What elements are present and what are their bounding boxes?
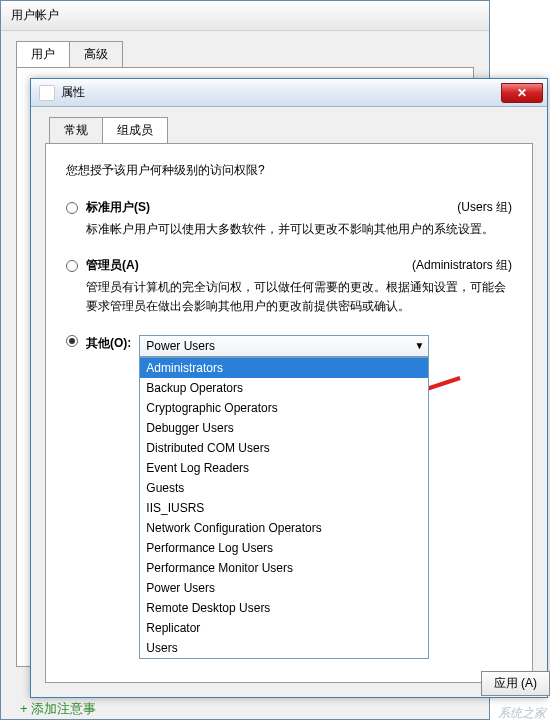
dropdown-item[interactable]: Replicator <box>140 618 428 638</box>
dialog-title: 属性 <box>61 84 85 101</box>
dropdown-item[interactable]: Cryptographic Operators <box>140 398 428 418</box>
dropdown-item[interactable]: Administrators <box>140 358 428 378</box>
group-dropdown: AdministratorsBackup OperatorsCryptograp… <box>139 357 429 659</box>
dialog-button-strip: 应用 (A) <box>450 671 550 696</box>
dropdown-item[interactable]: Guests <box>140 478 428 498</box>
radio-other[interactable] <box>66 335 78 347</box>
group-hint-users: (Users 组) <box>457 199 512 216</box>
dropdown-item[interactable]: Performance Log Users <box>140 538 428 558</box>
group-combobox[interactable]: Power Users ▼ <box>139 335 429 357</box>
label-standard-user: 标准用户(S) <box>86 199 150 216</box>
desc-administrator: 管理员有计算机的完全访问权，可以做任何需要的更改。根据通知设置，可能会要求管理员… <box>86 278 512 316</box>
close-icon: ✕ <box>517 86 527 100</box>
dropdown-item[interactable]: Event Log Readers <box>140 458 428 478</box>
tab-advanced[interactable]: 高级 <box>69 41 123 67</box>
access-question: 您想授予该用户何种级别的访问权限? <box>66 162 512 179</box>
dropdown-item[interactable]: Performance Monitor Users <box>140 558 428 578</box>
tab-group-member[interactable]: 组成员 <box>102 117 168 143</box>
desc-standard-user: 标准帐户用户可以使用大多数软件，并可以更改不影响其他用户的系统设置。 <box>86 220 512 239</box>
option-other: 其他(O): Power Users ▼ AdministratorsBacku… <box>66 335 512 357</box>
dropdown-item[interactable]: Network Configuration Operators <box>140 518 428 538</box>
group-hint-admins: (Administrators 组) <box>412 257 512 274</box>
apply-button[interactable]: 应用 (A) <box>481 671 550 696</box>
dropdown-item[interactable]: IIS_IUSRS <box>140 498 428 518</box>
dropdown-item[interactable]: Distributed COM Users <box>140 438 428 458</box>
dropdown-item[interactable]: Backup Operators <box>140 378 428 398</box>
dropdown-item[interactable]: Remote Desktop Users <box>140 598 428 618</box>
radio-standard-user[interactable] <box>66 202 78 214</box>
add-note-link[interactable]: + 添加注意事 <box>20 700 96 718</box>
combo-selected-value: Power Users <box>146 339 215 353</box>
properties-dialog: 属性 ✕ 常规 组成员 您想授予该用户何种级别的访问权限? 标准用户(S) (U… <box>30 78 548 698</box>
group-member-panel: 您想授予该用户何种级别的访问权限? 标准用户(S) (Users 组) 标准帐户… <box>45 143 533 683</box>
radio-administrator[interactable] <box>66 260 78 272</box>
option-standard-user: 标准用户(S) (Users 组) 标准帐户用户可以使用大多数软件，并可以更改不… <box>66 199 512 239</box>
dropdown-item[interactable]: Users <box>140 638 428 658</box>
close-button[interactable]: ✕ <box>501 83 543 103</box>
outer-window-title: 用户帐户 <box>1 1 489 31</box>
label-other: 其他(O): <box>86 335 131 352</box>
dropdown-item[interactable]: Debugger Users <box>140 418 428 438</box>
tab-users[interactable]: 用户 <box>16 41 70 67</box>
tab-general[interactable]: 常规 <box>49 117 103 143</box>
dialog-titlebar: 属性 ✕ <box>31 79 547 107</box>
option-administrator: 管理员(A) (Administrators 组) 管理员有计算机的完全访问权，… <box>66 257 512 316</box>
outer-tabs: 用户 高级 <box>16 41 489 67</box>
title-icon <box>39 85 55 101</box>
label-administrator: 管理员(A) <box>86 257 139 274</box>
inner-tabs: 常规 组成员 <box>49 117 533 143</box>
watermark-text: 系统之家 <box>498 705 546 722</box>
dropdown-item[interactable]: Power Users <box>140 578 428 598</box>
chevron-down-icon: ▼ <box>414 340 424 351</box>
